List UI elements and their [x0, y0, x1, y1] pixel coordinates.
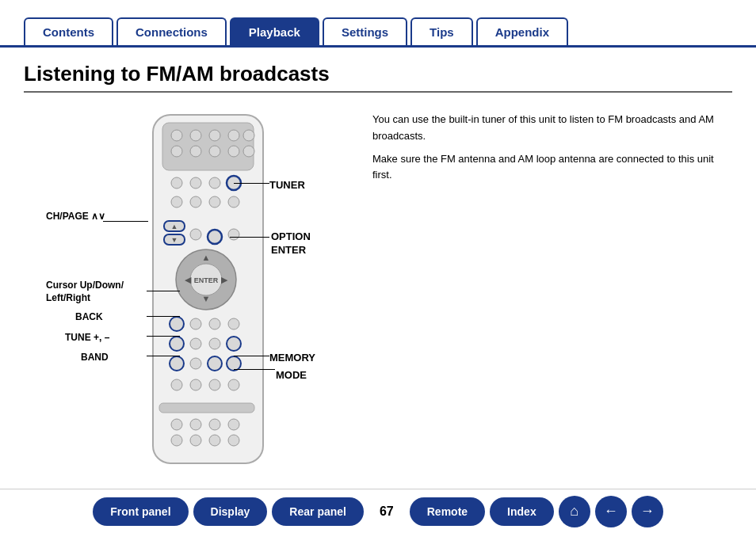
svg-text:▲: ▲: [171, 223, 178, 230]
svg-point-10: [228, 146, 239, 157]
content-area: ▲ ▼ ENTER ▲ ▼ ◀ ▶: [24, 104, 732, 476]
svg-point-3: [190, 130, 201, 141]
svg-point-17: [190, 196, 201, 207]
svg-point-46: [171, 379, 182, 390]
svg-point-37: [228, 318, 239, 329]
svg-point-7: [171, 146, 182, 157]
svg-point-57: [209, 435, 220, 446]
back-nav-button[interactable]: ←: [595, 496, 627, 527]
svg-point-54: [228, 419, 239, 430]
desc-line2: Make sure the FM antenna and AM loop ant…: [372, 151, 732, 185]
display-button[interactable]: Display: [193, 497, 268, 526]
desc-line1: You can use the built-in tuner of this u…: [372, 112, 732, 145]
svg-point-25: [190, 229, 201, 240]
label-band: BAND: [81, 352, 109, 363]
svg-point-53: [209, 419, 220, 430]
label-option-enter: OPTION ENTER: [271, 230, 311, 257]
tab-appendix[interactable]: Appendix: [476, 17, 568, 45]
svg-text:▲: ▲: [202, 253, 211, 262]
svg-rect-50: [159, 403, 254, 413]
tab-bar: Contents Connections Playback Settings T…: [0, 0, 756, 48]
svg-point-56: [190, 435, 201, 446]
svg-point-18: [209, 196, 220, 207]
label-memory: MEMORY: [269, 352, 315, 364]
svg-point-2: [171, 130, 182, 141]
svg-point-44: [208, 356, 222, 371]
svg-point-34: [170, 317, 184, 331]
bottom-nav: Front panel Display Rear panel 67 Remote…: [0, 489, 756, 533]
svg-point-19: [228, 196, 239, 207]
remote-button[interactable]: Remote: [410, 497, 485, 526]
page-number: 67: [368, 504, 405, 519]
svg-point-24: [208, 230, 222, 244]
label-mode: MODE: [276, 369, 307, 381]
page-title: Listening to FM/AM broadcasts: [24, 62, 732, 93]
svg-text:▶: ▶: [221, 275, 228, 284]
svg-point-8: [190, 146, 201, 157]
svg-text:▼: ▼: [202, 294, 211, 303]
svg-point-47: [190, 379, 201, 390]
svg-point-9: [209, 146, 220, 157]
svg-point-5: [228, 130, 239, 141]
svg-point-40: [209, 338, 220, 349]
svg-point-38: [170, 337, 184, 351]
svg-point-26: [228, 229, 239, 240]
svg-point-14: [209, 177, 220, 188]
label-ch-page: CH/PAGE ∧∨: [46, 211, 105, 222]
label-tune: TUNE +, –: [65, 332, 109, 343]
tab-tips[interactable]: Tips: [410, 17, 473, 45]
remote-svg: ▲ ▼ ENTER ▲ ▼ ◀ ▶: [147, 112, 269, 468]
svg-text:▼: ▼: [171, 236, 178, 244]
svg-text:ENTER: ENTER: [194, 276, 219, 284]
remote-diagram: ▲ ▼ ENTER ▲ ▼ ◀ ▶: [24, 104, 357, 476]
forward-nav-button[interactable]: →: [632, 496, 663, 527]
svg-point-4: [209, 130, 220, 141]
svg-point-41: [227, 337, 241, 351]
main-content: Listening to FM/AM broadcasts: [0, 48, 756, 476]
description-section: You can use the built-in tuner of this u…: [357, 104, 732, 476]
label-cursor: Cursor Up/Down/Left/Right: [46, 280, 124, 304]
tab-contents[interactable]: Contents: [24, 17, 113, 45]
home-button[interactable]: ⌂: [559, 496, 590, 527]
svg-point-55: [171, 435, 182, 446]
tab-connections[interactable]: Connections: [116, 17, 227, 45]
front-panel-button[interactable]: Front panel: [93, 497, 188, 526]
svg-point-43: [190, 358, 201, 369]
tab-settings[interactable]: Settings: [323, 17, 407, 45]
svg-point-51: [171, 419, 182, 430]
svg-point-39: [190, 338, 201, 349]
label-tuner: TUNER: [269, 179, 305, 191]
svg-point-36: [209, 318, 220, 329]
svg-point-49: [228, 379, 239, 390]
svg-text:◀: ◀: [185, 275, 192, 284]
svg-point-42: [170, 356, 184, 371]
svg-point-6: [243, 130, 254, 141]
svg-point-11: [243, 146, 254, 157]
index-button[interactable]: Index: [490, 497, 554, 526]
svg-point-52: [190, 419, 201, 430]
svg-point-58: [228, 435, 239, 446]
svg-point-35: [190, 318, 201, 329]
svg-point-16: [171, 196, 182, 207]
svg-point-13: [190, 177, 201, 188]
rear-panel-button[interactable]: Rear panel: [272, 497, 364, 526]
svg-point-48: [209, 379, 220, 390]
svg-point-12: [171, 177, 182, 188]
tab-playback[interactable]: Playback: [230, 17, 319, 45]
label-back: BACK: [75, 311, 103, 322]
